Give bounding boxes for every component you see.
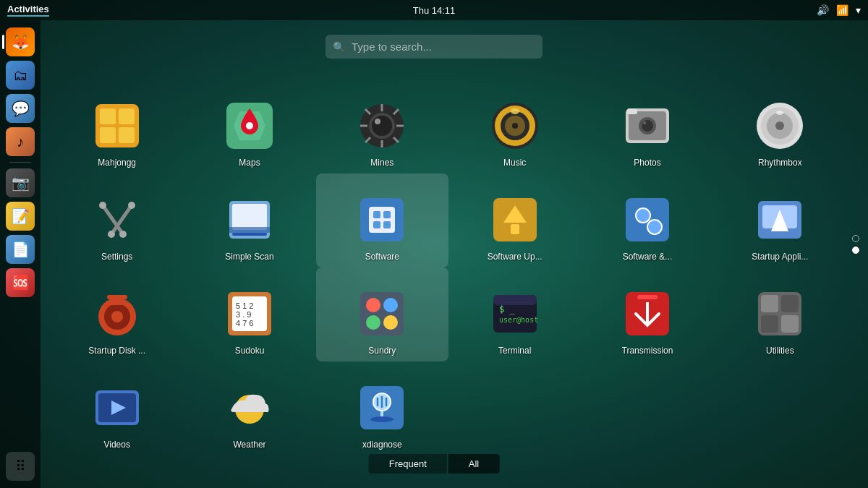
- svg-rect-69: [360, 292, 404, 335]
- app-startupapplications[interactable]: Startup Appli...: [714, 174, 846, 267]
- svg-point-24: [512, 123, 518, 129]
- svg-point-41: [128, 202, 135, 209]
- terminal-icon: $ _user@host: [489, 288, 541, 340]
- apps-grid: Mahjongg Maps Mines Music Photos Rhythmb…: [51, 80, 846, 437]
- svg-point-40: [119, 231, 127, 238]
- sidebar-item-firefox[interactable]: 🦊: [6, 27, 35, 56]
- app-videos[interactable]: Videos: [51, 361, 183, 455]
- svg-point-10: [372, 116, 392, 136]
- startupapplications-label: Startup Appli...: [752, 252, 808, 262]
- svg-rect-83: [761, 315, 778, 333]
- sidebar-item-camera[interactable]: 📷: [6, 168, 35, 197]
- svg-rect-79: [637, 295, 658, 299]
- software-label: Software: [365, 252, 399, 262]
- app-softwareandsettings[interactable]: Software &...: [581, 174, 713, 267]
- sidebar-item-chat[interactable]: 💬: [6, 94, 35, 123]
- svg-rect-81: [761, 295, 778, 312]
- sidebar-item-docs[interactable]: 📄: [6, 235, 35, 264]
- app-music[interactable]: Music: [448, 80, 581, 174]
- svg-rect-46: [232, 233, 267, 236]
- photos-label: Photos: [634, 158, 660, 168]
- activities-button[interactable]: Activities: [7, 4, 49, 17]
- search-input[interactable]: [326, 35, 542, 59]
- app-software[interactable]: Software: [316, 174, 448, 267]
- svg-rect-4: [119, 127, 135, 143]
- sundry-label: Sundry: [368, 346, 396, 356]
- sundry-icon: [356, 288, 408, 340]
- app-settings[interactable]: Settings: [51, 174, 183, 267]
- app-startupdisk[interactable]: Startup Disk ...: [51, 267, 183, 361]
- svg-point-35: [775, 121, 784, 130]
- sidebar-item-files[interactable]: 🗂: [6, 61, 35, 90]
- tab-all[interactable]: All: [448, 454, 499, 474]
- xdiagnose-label: xdiagnose: [362, 440, 402, 450]
- mahjongg-icon: [91, 100, 143, 152]
- app-maps[interactable]: Maps: [183, 80, 315, 174]
- bottom-tabs: Frequent All: [369, 454, 500, 474]
- sidebar-separator: [9, 162, 31, 163]
- sidebar-item-notes[interactable]: 📝: [6, 202, 35, 231]
- svg-point-56: [636, 208, 650, 223]
- svg-point-30: [643, 121, 646, 124]
- app-terminal[interactable]: $ _user@host Terminal: [448, 267, 581, 361]
- app-sudoku[interactable]: 5 1 23 . 94 7 6 Sudoku: [183, 267, 315, 361]
- svg-rect-63: [107, 295, 127, 299]
- topbar-right-icons: 🔊 📶 ▾: [817, 4, 861, 16]
- app-simplescan[interactable]: Simple Scan: [183, 174, 315, 267]
- svg-point-19: [375, 119, 380, 124]
- startupapplications-icon: [754, 194, 806, 246]
- svg-point-25: [511, 108, 519, 114]
- app-softwareupdate[interactable]: Software Up...: [448, 174, 581, 267]
- sidebar-item-sound[interactable]: ♪: [6, 127, 35, 156]
- software-icon: [356, 194, 408, 246]
- svg-rect-52: [383, 221, 391, 228]
- app-rhythmbox[interactable]: Rhythmbox: [714, 80, 846, 174]
- sudoku-label: Sudoku: [235, 346, 265, 356]
- mahjongg-label: Mahjongg: [98, 158, 136, 168]
- app-mahjongg[interactable]: Mahjongg: [51, 80, 183, 174]
- svg-text:5 1 2: 5 1 2: [236, 301, 253, 310]
- app-transmission[interactable]: Transmission: [581, 267, 713, 361]
- system-menu-icon[interactable]: ▾: [856, 4, 861, 16]
- app-mines[interactable]: Mines: [316, 80, 448, 174]
- sidebar-item-help[interactable]: 🆘: [6, 268, 35, 297]
- svg-point-36: [776, 111, 783, 115]
- svg-point-62: [111, 311, 123, 322]
- svg-point-29: [642, 120, 653, 132]
- search-container: 🔍: [326, 35, 542, 59]
- photos-icon: [621, 100, 673, 152]
- network-icon[interactable]: 📶: [836, 4, 848, 16]
- startupdisk-icon: [91, 288, 143, 340]
- volume-icon[interactable]: 🔊: [817, 4, 829, 16]
- softwareupdate-label: Software Up...: [488, 252, 542, 262]
- app-utilities[interactable]: Utilities: [714, 267, 846, 361]
- search-icon: 🔍: [333, 41, 345, 53]
- svg-text:$ _: $ _: [499, 304, 515, 314]
- weather-label: Weather: [233, 440, 265, 450]
- simplescan-icon: [224, 194, 276, 246]
- svg-rect-44: [232, 204, 267, 230]
- app-photos[interactable]: Photos: [581, 80, 713, 174]
- app-xdiagnose[interactable]: xdiagnose: [316, 361, 448, 455]
- tab-frequent[interactable]: Frequent: [369, 454, 447, 474]
- sidebar-item-show-apps[interactable]: ⠿: [6, 452, 35, 481]
- svg-rect-51: [373, 221, 380, 228]
- svg-point-72: [366, 315, 380, 330]
- clock: Thu 14:11: [413, 5, 456, 16]
- svg-rect-2: [119, 108, 135, 124]
- svg-point-7: [246, 122, 253, 129]
- svg-rect-75: [493, 295, 537, 305]
- svg-text:3 . 9: 3 . 9: [236, 310, 251, 319]
- mines-icon: [356, 100, 408, 152]
- utilities-label: Utilities: [766, 346, 794, 356]
- terminal-label: Terminal: [498, 346, 531, 356]
- topbar: Activities Thu 14:11 🔊 📶 ▾: [0, 0, 868, 20]
- videos-label: Videos: [103, 440, 129, 450]
- softwareupdate-icon: [489, 194, 541, 246]
- xdiagnose-icon: [356, 382, 408, 434]
- svg-point-89: [370, 416, 393, 422]
- app-sundry[interactable]: Sundry: [316, 267, 448, 361]
- svg-point-39: [99, 202, 106, 209]
- app-weather[interactable]: Weather: [183, 361, 315, 455]
- mines-label: Mines: [370, 158, 393, 168]
